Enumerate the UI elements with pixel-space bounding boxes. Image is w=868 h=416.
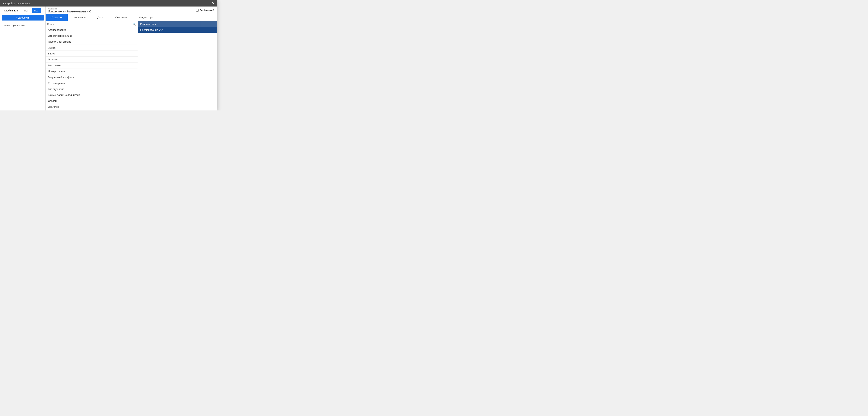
tab-indicators[interactable]: Индикаторы <box>133 14 159 21</box>
selected-item-1[interactable]: Наименование ФО <box>138 27 217 33</box>
add-button[interactable]: + Добавить <box>2 15 44 21</box>
dialog-title: Настройка группировок <box>3 2 30 5</box>
name-field-group: Название Исполнитель - Наименование ФО <box>48 8 91 13</box>
title-bar: Настройка группировок ✕ <box>0 0 217 6</box>
name-value: Исполнитель - Наименование ФО <box>48 10 91 13</box>
search-icon: 🔍 <box>133 23 136 26</box>
list-item[interactable]: Ед. измерения <box>45 80 138 86</box>
list-item[interactable]: Ответственное лицо <box>45 33 138 39</box>
tab-cross[interactable]: Сквозные <box>110 14 133 21</box>
left-panel: Глобальные Мои Все + Добавить Новая груп… <box>0 6 45 110</box>
list-item[interactable]: Глобальная строка <box>45 39 138 45</box>
main-content: 🔍 Авансирование Ответственное лицо Глоба… <box>45 21 217 110</box>
list-item[interactable]: Платежи <box>45 57 138 63</box>
list-item[interactable]: Тип сценария <box>45 86 138 92</box>
list-item[interactable]: BEXA <box>45 51 138 57</box>
search-bar: 🔍 <box>45 21 138 27</box>
list-item[interactable]: Авансирование <box>45 27 138 33</box>
tabs-row: Главные Числовые Даты Сквозные Индикатор… <box>45 14 217 21</box>
tab-global[interactable]: Глобальные <box>2 8 20 13</box>
global-checkbox-label: Глобальный <box>200 9 214 12</box>
list-item[interactable]: Визуальный профиль <box>45 74 138 80</box>
close-button[interactable]: ✕ <box>212 2 214 5</box>
global-checkbox[interactable] <box>196 9 199 12</box>
tab-main[interactable]: Главные <box>45 14 68 21</box>
list-item[interactable]: Номер транша <box>45 68 138 74</box>
right-content: Название Исполнитель - Наименование ФО Г… <box>45 6 217 110</box>
top-section: Глобальные Мои Все + Добавить Новая груп… <box>0 6 217 110</box>
filter-tabs: Глобальные Мои Все <box>0 6 45 13</box>
list-item[interactable]: Статус <box>45 110 138 110</box>
search-input[interactable] <box>47 23 133 26</box>
tab-dates[interactable]: Даты <box>92 14 110 21</box>
list-item[interactable]: GWBS <box>45 45 138 51</box>
left-list-area: Авансирование Ответственное лицо Глобаль… <box>45 27 138 110</box>
tab-numeric[interactable]: Числовые <box>68 14 92 21</box>
list-item[interactable]: Создан <box>45 98 138 104</box>
tab-mine[interactable]: Мои <box>21 8 31 13</box>
name-row: Название Исполнитель - Наименование ФО Г… <box>45 6 217 14</box>
tab-all[interactable]: Все <box>32 8 41 13</box>
name-label: Название <box>48 8 91 10</box>
new-group-item[interactable]: Новая группировка <box>0 22 45 28</box>
list-item[interactable]: Орг. блок <box>45 104 138 110</box>
global-checkbox-group: Глобальный <box>196 9 214 12</box>
left-list-panel: 🔍 Авансирование Ответственное лицо Глоба… <box>45 21 138 110</box>
list-item[interactable]: Код_связки <box>45 63 138 68</box>
list-item[interactable]: Комментарий исполнителя <box>45 92 138 98</box>
right-list-panel: Исполнитель Наименование ФО <box>138 21 217 110</box>
selected-item-0[interactable]: Исполнитель <box>138 21 217 27</box>
dialog: Настройка группировок ✕ Глобальные Мои В… <box>0 0 217 110</box>
